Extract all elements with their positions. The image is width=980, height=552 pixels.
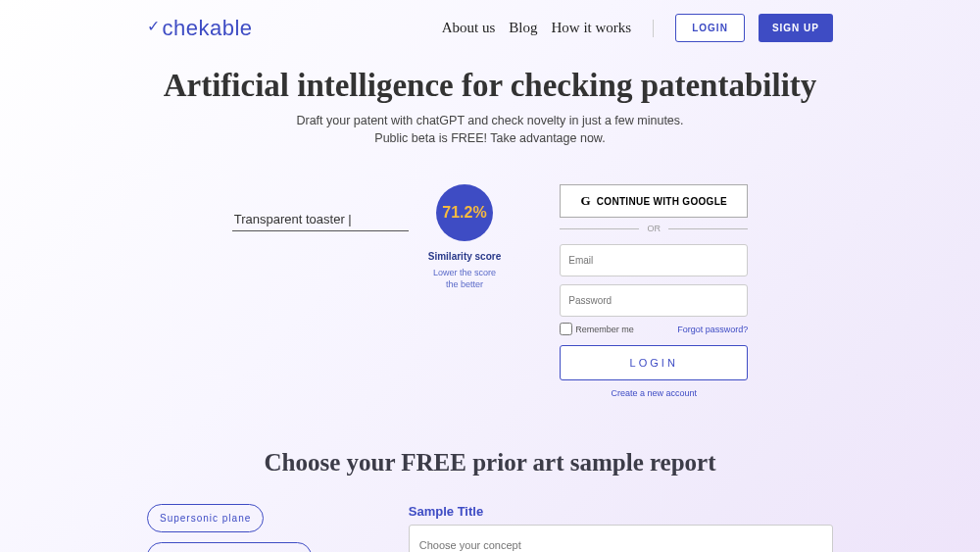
chip-supersonic-plane[interactable]: Supersonic plane — [147, 504, 264, 532]
or-divider: OR — [560, 224, 748, 233]
remember-me-label[interactable]: Remember me — [560, 323, 634, 335]
demo: 71.2% Similarity score Lower the score t… — [232, 184, 501, 290]
similarity-score-hint: Lower the score the better — [433, 268, 496, 290]
similarity-score-label: Similarity score — [428, 251, 501, 262]
login-box: G CONTINUE WITH GOOGLE OR Remember me Fo… — [560, 184, 748, 398]
remember-me-checkbox[interactable] — [560, 323, 572, 335]
logo-mark-icon: ✓ — [147, 17, 161, 35]
logo-text: chekable — [163, 16, 253, 41]
sample-form: Sample Title Sample Abstract — [409, 504, 833, 552]
remember-row: Remember me Forgot password? — [560, 323, 748, 335]
forgot-password-link[interactable]: Forgot password? — [677, 325, 748, 334]
nav-how-it-works[interactable]: How it works — [552, 20, 632, 36]
score-column: 71.2% Similarity score Lower the score t… — [428, 184, 501, 290]
hero-sub-line2: Public beta is FREE! Take advantage now. — [0, 129, 980, 147]
remember-me-text: Remember me — [575, 325, 634, 334]
continue-with-google-button[interactable]: G CONTINUE WITH GOOGLE — [560, 184, 748, 218]
similarity-score-circle: 71.2% — [436, 184, 493, 241]
password-field[interactable] — [560, 284, 748, 317]
nav-login-button[interactable]: LOGIN — [675, 14, 745, 42]
nav: About us Blog How it works LOGIN SIGN UP — [442, 14, 833, 42]
hero-title: Artificial intelligence for checking pat… — [0, 68, 980, 104]
google-icon: G — [580, 193, 590, 209]
nav-blog[interactable]: Blog — [509, 20, 537, 36]
google-button-label: CONTINUE WITH GOOGLE — [597, 196, 727, 207]
nav-about[interactable]: About us — [442, 20, 496, 36]
sample-row: Supersonic plane Mind controlled computi… — [0, 504, 980, 552]
create-account-link[interactable]: Create a new account — [560, 388, 748, 398]
sample-title-input[interactable] — [409, 525, 833, 552]
concept-chips: Supersonic plane Mind controlled computi… — [147, 504, 330, 552]
chip-mind-controlled-computing[interactable]: Mind controlled computing — [147, 542, 312, 552]
or-text: OR — [647, 224, 661, 233]
nav-signup-button[interactable]: SIGN UP — [759, 14, 833, 42]
email-field[interactable] — [560, 244, 748, 276]
hero: Artificial intelligence for checking pat… — [0, 68, 980, 147]
logo[interactable]: ✓ chekable — [147, 16, 253, 41]
hero-sub-line1: Draft your patent with chatGPT and check… — [0, 112, 980, 129]
nav-divider — [653, 20, 654, 37]
main-row: 71.2% Similarity score Lower the score t… — [0, 184, 980, 398]
sample-title-label: Sample Title — [409, 504, 833, 519]
hero-subtitle: Draft your patent with chatGPT and check… — [0, 112, 980, 147]
demo-concept-input[interactable] — [232, 208, 409, 231]
sample-section-title: Choose your FREE prior art sample report — [0, 449, 980, 477]
login-submit-button[interactable]: LOGIN — [560, 345, 748, 380]
header: ✓ chekable About us Blog How it works LO… — [0, 0, 980, 52]
